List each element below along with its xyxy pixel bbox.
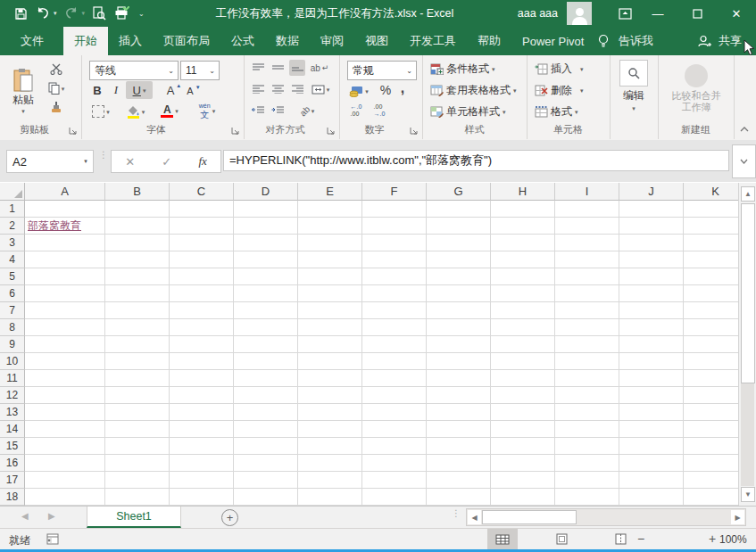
name-box-caret-icon[interactable]: ▾ <box>79 158 93 165</box>
cell-hyperlink-A2[interactable]: 部落窝教育 <box>25 218 105 235</box>
delete-cells-button[interactable]: 删除 ▾ <box>535 83 584 98</box>
cell-A3[interactable] <box>25 235 105 251</box>
cell-E1[interactable] <box>298 201 362 218</box>
cell-H13[interactable] <box>491 404 555 421</box>
cell-A13[interactable] <box>25 404 105 421</box>
cell-A17[interactable] <box>25 472 105 489</box>
cell-E18[interactable] <box>298 489 362 506</box>
tab-view[interactable]: 视图 <box>354 27 399 55</box>
cell-E4[interactable] <box>298 251 362 268</box>
enter-icon[interactable]: ✓ <box>162 155 171 169</box>
cell-E16[interactable] <box>298 455 362 472</box>
cell-G9[interactable] <box>427 336 491 353</box>
cell-H1[interactable] <box>491 201 555 218</box>
row-header-5[interactable]: 5 <box>0 268 25 285</box>
format-cells-button[interactable]: 格式 ▾ <box>535 104 578 119</box>
increase-indent-button[interactable] <box>270 103 286 118</box>
view-page-break-button[interactable] <box>605 529 636 549</box>
cell-C14[interactable] <box>170 421 234 438</box>
cell-A8[interactable] <box>25 319 105 336</box>
cell-B1[interactable] <box>105 201 170 218</box>
scroll-up-icon[interactable]: ▲ <box>741 186 755 202</box>
cell-C10[interactable] <box>170 353 234 370</box>
cell-D16[interactable] <box>234 455 298 472</box>
scroll-left-icon[interactable]: ◀ <box>468 510 481 524</box>
row-header-13[interactable]: 13 <box>0 404 25 421</box>
borders-button[interactable]: ▾ <box>88 103 113 120</box>
zoom-in-button[interactable]: + <box>709 531 716 546</box>
cell-I6[interactable] <box>555 285 619 302</box>
bold-button[interactable]: B <box>90 82 104 98</box>
column-header-K[interactable]: K <box>684 183 738 201</box>
cell-C8[interactable] <box>170 319 234 336</box>
cell-J3[interactable] <box>619 235 684 251</box>
cell-B11[interactable] <box>105 370 170 387</box>
row-header-12[interactable]: 12 <box>0 387 25 404</box>
cell-D7[interactable] <box>234 302 298 319</box>
cut-button[interactable] <box>45 61 68 77</box>
cell-E3[interactable] <box>298 235 362 251</box>
cell-G6[interactable] <box>427 285 491 302</box>
cell-C16[interactable] <box>170 455 234 472</box>
column-header-C[interactable]: C <box>170 183 234 201</box>
underline-button[interactable]: U ▾ <box>126 81 153 99</box>
cell-B10[interactable] <box>105 353 170 370</box>
copy-button[interactable]: ▾ <box>43 80 70 96</box>
cell-H8[interactable] <box>491 319 555 336</box>
merge-center-button[interactable]: ▾ <box>308 82 333 96</box>
cell-C17[interactable] <box>170 472 234 489</box>
cell-I12[interactable] <box>555 387 619 404</box>
cell-H7[interactable] <box>491 302 555 319</box>
cell-G4[interactable] <box>427 251 491 268</box>
cell-B7[interactable] <box>105 302 170 319</box>
comma-button[interactable]: , <box>396 80 409 96</box>
cell-B2[interactable] <box>105 218 170 235</box>
cell-J14[interactable] <box>619 421 684 438</box>
cell-A12[interactable] <box>25 387 105 404</box>
decrease-indent-button[interactable] <box>250 103 266 118</box>
cell-A6[interactable] <box>25 285 105 302</box>
cell-E7[interactable] <box>298 302 362 319</box>
cell-J5[interactable] <box>619 268 684 285</box>
italic-button[interactable]: I <box>110 82 122 98</box>
collapse-ribbon-button[interactable] <box>737 123 752 136</box>
cell-G18[interactable] <box>427 489 491 506</box>
row-header-9[interactable]: 9 <box>0 336 25 353</box>
cell-K5[interactable] <box>684 268 738 285</box>
cell-I5[interactable] <box>555 268 619 285</box>
cell-E14[interactable] <box>298 421 362 438</box>
cell-E6[interactable] <box>298 285 362 302</box>
column-header-G[interactable]: G <box>427 183 491 201</box>
cell-F15[interactable] <box>362 438 427 455</box>
formula-input[interactable] <box>223 150 729 171</box>
column-header-I[interactable]: I <box>555 183 619 201</box>
row-header-18[interactable]: 18 <box>0 489 25 506</box>
cell-H11[interactable] <box>491 370 555 387</box>
row-header-2[interactable]: 2 <box>0 218 25 235</box>
cell-I7[interactable] <box>555 302 619 319</box>
cell-H17[interactable] <box>491 472 555 489</box>
cell-D11[interactable] <box>234 370 298 387</box>
cell-K3[interactable] <box>684 235 738 251</box>
zoom-level[interactable]: 100% <box>719 533 747 546</box>
decrease-font-button[interactable]: A▼ <box>185 83 203 99</box>
cell-E5[interactable] <box>298 268 362 285</box>
insert-cells-button[interactable]: 插入 ▾ <box>535 62 584 77</box>
cell-G11[interactable] <box>427 370 491 387</box>
row-header-6[interactable]: 6 <box>0 285 25 302</box>
cell-C12[interactable] <box>170 387 234 404</box>
quick-print-icon[interactable] <box>113 5 129 21</box>
cell-K13[interactable] <box>684 404 738 421</box>
cell-K8[interactable] <box>684 319 738 336</box>
cell-A10[interactable] <box>25 353 105 370</box>
align-center-button[interactable] <box>270 82 286 96</box>
cell-C15[interactable] <box>170 438 234 455</box>
cell-B5[interactable] <box>105 268 170 285</box>
tab-help[interactable]: 帮助 <box>467 27 511 55</box>
save-icon[interactable] <box>12 5 29 21</box>
cell-E15[interactable] <box>298 438 362 455</box>
zoom-out-button[interactable]: − <box>637 531 644 546</box>
font-size-select[interactable]: 11⌄ <box>180 61 220 80</box>
format-as-table-button[interactable]: 套用表格格式 ▾ <box>430 83 517 98</box>
cell-F6[interactable] <box>362 285 427 302</box>
